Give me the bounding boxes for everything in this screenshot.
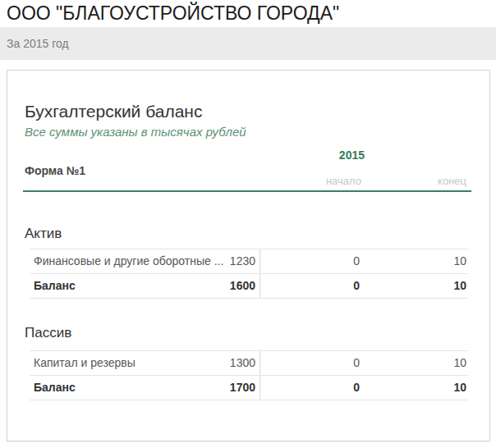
balance-report-card: Бухгалтерский баланс Все суммы указаны в… — [7, 70, 490, 441]
green-divider — [23, 190, 471, 192]
table-row: Финансовые и другие оборотные ... 1230 0… — [30, 249, 468, 273]
table-row-total: Баланс 1700 0 10 — [30, 375, 468, 400]
column-header-end: конец — [384, 175, 466, 187]
row-code: 1700 — [206, 376, 255, 400]
period-label: За 2015 год — [7, 27, 69, 60]
row-value-start: 0 — [278, 274, 360, 298]
form-label: Форма №1 — [25, 164, 85, 177]
column-header-start: начало — [279, 175, 361, 187]
row-name: Финансовые и другие оборотные ... — [34, 249, 223, 273]
row-value-start: 0 — [278, 351, 360, 375]
section-heading-liabilities: Пассив — [25, 325, 71, 341]
row-value-end: 10 — [384, 351, 466, 375]
liabilities-table: Капитал и резервы 1300 0 10 Баланс 1700 … — [30, 350, 468, 400]
company-title: ООО "БЛАГОУСТРОЙСТВО ГОРОДА" — [7, 1, 339, 25]
row-code: 1600 — [206, 274, 255, 298]
row-name: Баланс — [34, 274, 76, 298]
row-value-start: 0 — [278, 376, 360, 400]
report-subtitle: Все суммы указаны в тысячах рублей — [25, 125, 246, 139]
row-value-end: 10 — [384, 249, 466, 273]
report-title: Бухгалтерский баланс — [25, 102, 202, 121]
table-row-total: Баланс 1600 0 10 — [30, 273, 468, 298]
table-row: Капитал и резервы 1300 0 10 — [30, 351, 468, 375]
assets-table: Финансовые и другие оборотные ... 1230 0… — [30, 249, 468, 299]
row-value-end: 10 — [384, 274, 466, 298]
period-bar: За 2015 год — [0, 27, 496, 60]
section-heading-assets: Актив — [25, 226, 62, 242]
year-label: 2015 — [309, 149, 365, 162]
row-code: 1230 — [206, 249, 255, 273]
row-name: Баланс — [34, 376, 76, 400]
report-page: ООО "БЛАГОУСТРОЙСТВО ГОРОДА" За 2015 год… — [0, 0, 496, 448]
row-value-end: 10 — [384, 376, 466, 400]
row-name: Капитал и резервы — [34, 351, 135, 375]
row-value-start: 0 — [278, 249, 360, 273]
row-code: 1300 — [206, 351, 255, 375]
